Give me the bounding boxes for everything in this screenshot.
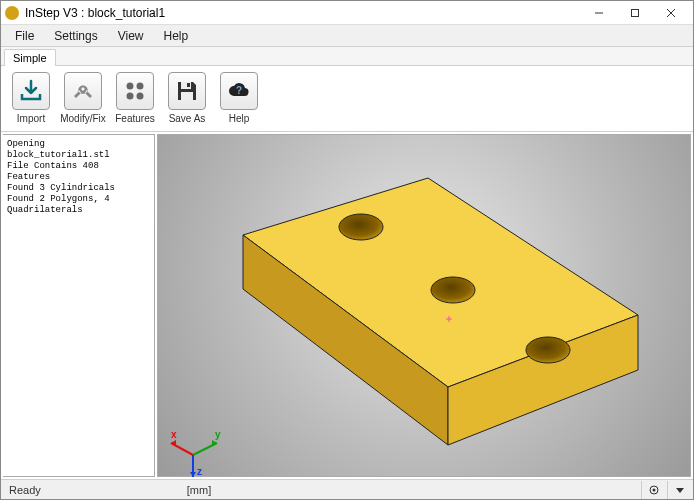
save-icon — [168, 72, 206, 110]
saveas-button[interactable]: Save As — [165, 72, 209, 129]
status-dropdown[interactable] — [667, 481, 691, 499]
svg-text:x: x — [171, 429, 177, 440]
log-line: File Contains 408 — [7, 161, 150, 172]
svg-marker-27 — [190, 472, 196, 477]
log-line: Found 2 Polygons, 4 — [7, 194, 150, 205]
menu-settings[interactable]: Settings — [44, 26, 107, 46]
svg-text:y: y — [215, 429, 221, 440]
help-button[interactable]: ? Help — [217, 72, 261, 129]
help-cloud-icon: ? — [220, 72, 258, 110]
statusbar: Ready [mm] — [1, 479, 693, 499]
svg-point-30 — [652, 488, 655, 491]
svg-point-17 — [526, 337, 570, 363]
axis-gizmo: x y z — [171, 429, 221, 477]
status-view-icon[interactable] — [641, 481, 665, 499]
svg-rect-10 — [187, 83, 190, 87]
svg-point-6 — [127, 93, 134, 100]
help-label: Help — [229, 113, 250, 124]
svg-point-16 — [431, 277, 475, 303]
workspace: Opening block_tutorial1.stl File Contain… — [1, 132, 693, 479]
saveas-label: Save As — [169, 113, 206, 124]
log-panel[interactable]: Opening block_tutorial1.stl File Contain… — [3, 134, 155, 477]
menu-help[interactable]: Help — [154, 26, 199, 46]
menu-file[interactable]: File — [5, 26, 44, 46]
modifyfix-button[interactable]: Modify/Fix — [61, 72, 105, 129]
status-ready: Ready — [1, 484, 49, 496]
toolbar: Import Modify/Fix Features — [1, 66, 693, 132]
tools-icon — [64, 72, 102, 110]
tab-simple[interactable]: Simple — [4, 49, 56, 66]
titlebar: InStep V3 : block_tutorial1 — [1, 1, 693, 25]
modifyfix-label: Modify/Fix — [60, 113, 106, 124]
import-button[interactable]: Import — [9, 72, 53, 129]
svg-point-15 — [339, 214, 383, 240]
model-render: x y z — [158, 135, 688, 480]
features-button[interactable]: Features — [113, 72, 157, 129]
log-line: Features — [7, 172, 150, 183]
import-label: Import — [17, 113, 45, 124]
viewport-3d[interactable]: x y z — [157, 134, 691, 477]
log-line: Found 3 Cylindricals — [7, 183, 150, 194]
tabstrip: Simple — [1, 47, 693, 66]
maximize-button[interactable] — [617, 2, 653, 24]
svg-text:?: ? — [236, 85, 242, 96]
log-line: Quadrilaterals — [7, 205, 150, 216]
menubar: File Settings View Help — [1, 25, 693, 47]
close-button[interactable] — [653, 2, 689, 24]
svg-point-5 — [137, 83, 144, 90]
status-units: [mm] — [179, 484, 219, 496]
features-label: Features — [115, 113, 154, 124]
svg-text:z: z — [197, 466, 202, 477]
grid-icon — [116, 72, 154, 110]
svg-point-7 — [137, 93, 144, 100]
menu-view[interactable]: View — [108, 26, 154, 46]
svg-point-4 — [127, 83, 134, 90]
import-icon — [12, 72, 50, 110]
minimize-button[interactable] — [581, 2, 617, 24]
svg-marker-31 — [676, 488, 684, 493]
log-line: block_tutorial1.stl — [7, 150, 150, 161]
svg-rect-1 — [632, 9, 639, 16]
window-title: InStep V3 : block_tutorial1 — [25, 6, 581, 20]
log-line: Opening — [7, 139, 150, 150]
app-icon — [5, 6, 19, 20]
svg-rect-9 — [181, 92, 193, 100]
window-controls — [581, 2, 689, 24]
